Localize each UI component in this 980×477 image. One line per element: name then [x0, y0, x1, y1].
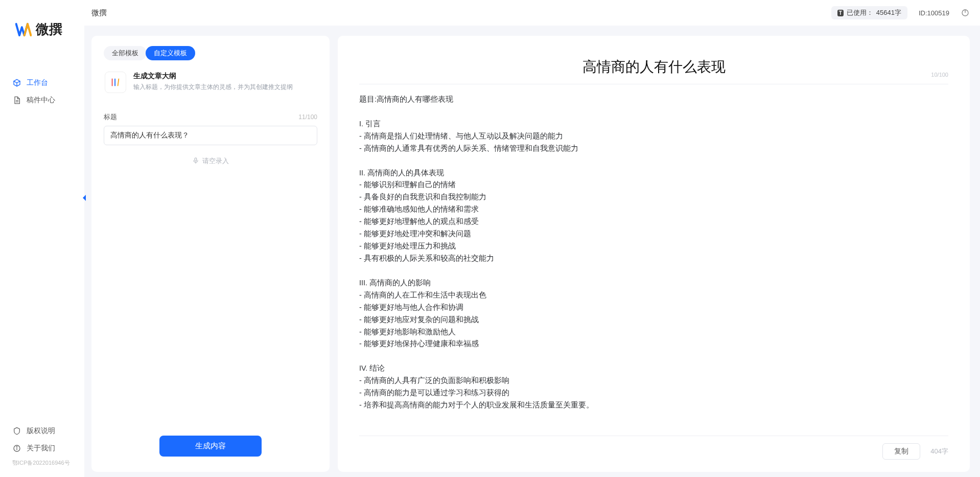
footer-label: 版权说明: [27, 426, 55, 436]
main: 微撰 T 已使用： 45641字 ID:100519 全部模板 自定义模板: [84, 0, 980, 477]
usage-pill[interactable]: T 已使用： 45641字: [831, 6, 907, 19]
nav-menu: 工作台 稿件中心: [0, 54, 84, 109]
workspace: 全部模板 自定义模板 生成文章大纲 输入标题，为你提供文章主体的灵感，并为其创建…: [84, 26, 980, 477]
output-footer: 复制 404字: [359, 436, 948, 460]
svg-point-2: [16, 446, 17, 447]
shield-icon: [12, 426, 21, 436]
svg-rect-5: [195, 157, 197, 161]
sidebar: 微撰 工作台 稿件中心 版权说明 关于我们: [0, 0, 84, 477]
voice-input-hint[interactable]: 请空录入: [104, 156, 317, 166]
generate-button[interactable]: 生成内容: [159, 436, 262, 457]
text-badge-icon: T: [837, 10, 844, 16]
output-panel: 高情商的人有什么表现 10/100 题目:高情商的人有哪些表现 I. 引言 - …: [338, 36, 970, 472]
doc-header: 高情商的人有什么表现 10/100: [359, 48, 948, 84]
doc-title-count: 10/100: [931, 72, 948, 78]
cube-icon: [12, 78, 21, 87]
document-icon: [12, 96, 21, 105]
title-char-count: 11/100: [298, 113, 317, 121]
tab-custom-templates[interactable]: 自定义模板: [146, 46, 195, 60]
user-id: ID:100519: [919, 9, 949, 17]
topbar: 微撰 T 已使用： 45641字 ID:100519: [84, 0, 980, 26]
word-count: 404字: [930, 447, 948, 456]
doc-body[interactable]: 题目:高情商的人有哪些表现 I. 引言 - 高情商是指人们处理情绪、与他人互动以…: [359, 84, 948, 412]
title-label: 标题: [104, 112, 117, 122]
logo-text: 微撰: [36, 20, 62, 38]
template-title: 生成文章大纲: [133, 72, 293, 81]
about-link[interactable]: 关于我们: [0, 440, 84, 457]
logo-icon: [15, 21, 32, 38]
copyright-link[interactable]: 版权说明: [0, 422, 84, 440]
sidebar-footer: 版权说明 关于我们 鄂ICP备2022016946号: [0, 422, 84, 477]
info-icon: [12, 444, 21, 453]
tab-all-templates[interactable]: 全部模板: [104, 46, 147, 60]
power-icon[interactable]: [961, 8, 970, 17]
icp-text: 鄂ICP备2022016946号: [0, 457, 84, 471]
title-input[interactable]: [104, 126, 317, 145]
template-icon: [105, 72, 126, 93]
page-title: 微撰: [91, 8, 107, 18]
input-panel: 全部模板 自定义模板 生成文章大纲 输入标题，为你提供文章主体的灵感，并为其创建…: [91, 36, 330, 472]
usage-label: 已使用：: [847, 8, 873, 17]
copy-button[interactable]: 复制: [882, 443, 920, 460]
nav-drafts[interactable]: 稿件中心: [0, 92, 84, 109]
nav-label: 工作台: [27, 78, 48, 87]
nav-label: 稿件中心: [27, 96, 55, 105]
collapse-sidebar-button[interactable]: [79, 192, 89, 204]
template-card: 生成文章大纲 输入标题，为你提供文章主体的灵感，并为其创建推文提纲: [104, 70, 317, 102]
usage-value: 45641字: [876, 8, 901, 17]
mic-icon: [192, 157, 199, 166]
doc-title[interactable]: 高情商的人有什么表现: [359, 57, 948, 77]
logo: 微撰: [0, 0, 84, 54]
template-tabs: 全部模板 自定义模板: [104, 46, 317, 60]
template-desc: 输入标题，为你提供文章主体的灵感，并为其创建推文提纲: [133, 83, 293, 92]
nav-workbench[interactable]: 工作台: [0, 74, 84, 92]
footer-label: 关于我们: [27, 444, 55, 453]
